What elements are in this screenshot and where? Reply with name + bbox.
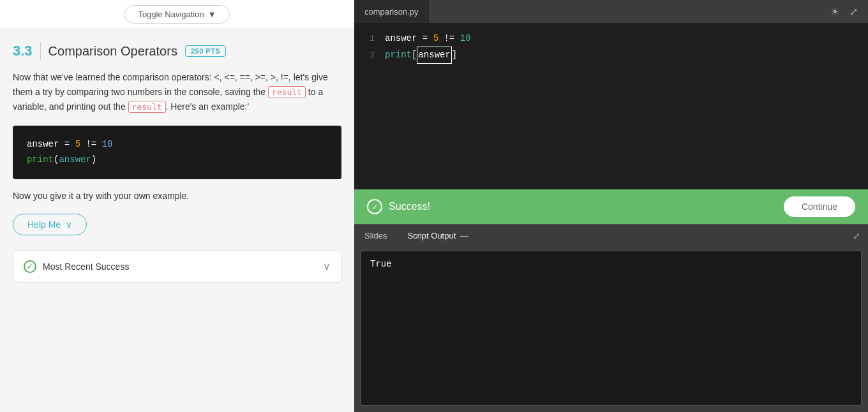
editor-header: comparison.py ☀ ⤢ — [354, 0, 868, 23]
recent-success-left: ✓ Most Recent Success — [24, 260, 129, 273]
code-print-arg: answer — [59, 154, 91, 165]
success-label: Success! — [389, 201, 430, 212]
tab-script-output[interactable]: Script Output — — [397, 224, 479, 247]
ed-bracket-open: [ — [412, 50, 417, 60]
bottom-expand-button[interactable]: ⤢ — [845, 231, 868, 241]
lesson-divider — [40, 42, 41, 60]
left-panel: Toggle Navigation ▼ 3.3 Comparison Opera… — [0, 0, 354, 412]
ed-neq: != — [444, 33, 454, 43]
editor-line-1: 1 answer = 5 != 10 — [364, 31, 858, 47]
line-number-2: 2 — [364, 48, 375, 63]
inline-code-result-1: result — [268, 86, 306, 98]
continue-button[interactable]: Continue — [784, 196, 855, 217]
description: Now that we've learned the comparison op… — [13, 70, 341, 114]
tab-slides[interactable]: Slides — [354, 224, 397, 247]
code-paren-close: ) — [91, 154, 96, 165]
bottom-panel: Slides Script Output — ⤢ True — [354, 224, 868, 412]
tab-minus-icon: — — [460, 231, 468, 241]
editor-line-2: 2 print[answer] — [364, 47, 858, 64]
pts-badge: 250 PTS — [185, 45, 226, 57]
tab-slides-label: Slides — [364, 231, 387, 240]
recent-success-label: Most Recent Success — [43, 261, 129, 272]
ed-print: print — [385, 50, 412, 60]
ed-answer-arg: answer — [418, 50, 450, 60]
code-editor[interactable]: 1 answer = 5 != 10 2 print[answer] — [354, 23, 868, 189]
help-me-button[interactable]: Help Me ∨ — [13, 214, 87, 235]
toggle-nav-bar: Toggle Navigation ▼ — [0, 0, 354, 29]
tab-script-output-label: Script Output — [407, 231, 456, 240]
ed-eq: = — [423, 33, 433, 43]
right-panel: comparison.py ☀ ⤢ 1 answer = 5 != 10 2 p… — [354, 0, 868, 412]
sun-icon[interactable]: ☀ — [828, 3, 842, 20]
success-left: ✓ Success! — [367, 199, 430, 214]
output-area: True — [361, 251, 862, 406]
description-text-3: . Here's an example:' — [166, 101, 250, 112]
file-tab[interactable]: comparison.py — [354, 0, 429, 23]
lesson-number: 3.3 — [13, 43, 33, 59]
code-num1: 5 — [75, 139, 80, 149]
chevron-down-icon: ▼ — [208, 10, 216, 19]
chevron-down-icon: ∨ — [66, 219, 72, 230]
check-circle-icon: ✓ — [24, 260, 36, 273]
ed-cursor-answer: answer — [417, 47, 451, 64]
success-check-icon: ✓ — [367, 199, 382, 214]
try-text: Now you give it a try with your own exam… — [13, 191, 341, 201]
line-1-content: answer = 5 != 10 — [385, 31, 470, 47]
recent-success-box: ✓ Most Recent Success ∨ — [13, 251, 341, 283]
output-text: True — [370, 259, 392, 269]
line-number-1: 1 — [364, 31, 375, 46]
content-area: 3.3 Comparison Operators 250 PTS Now tha… — [0, 29, 354, 295]
bottom-tabs: Slides Script Output — ⤢ — [354, 224, 868, 247]
inline-code-result-2: result — [128, 101, 166, 113]
ed-bracket-close: ] — [452, 50, 457, 60]
code-equals: = — [64, 139, 75, 149]
code-print-fn: print — [27, 154, 54, 165]
ed-5: 5 — [433, 33, 438, 43]
code-answer-var: answer — [27, 139, 59, 149]
toggle-nav-label: Toggle Navigation — [138, 10, 204, 19]
line-2-content: print[answer] — [385, 47, 457, 64]
expand-icon[interactable]: ⤢ — [847, 3, 860, 20]
lesson-header: 3.3 Comparison Operators 250 PTS — [13, 42, 341, 60]
lesson-title: Comparison Operators — [49, 44, 177, 59]
recent-success-header[interactable]: ✓ Most Recent Success ∨ — [13, 251, 341, 282]
code-num2: 10 — [102, 139, 113, 149]
ed-answer: answer — [385, 33, 417, 43]
example-code-block: answer = 5 != 10 print(answer) — [13, 126, 341, 179]
editor-icons: ☀ ⤢ — [828, 3, 868, 20]
success-banner: ✓ Success! Continue — [354, 189, 868, 224]
example-line-2: print(answer) — [27, 152, 327, 168]
example-line-1: answer = 5 != 10 — [27, 137, 327, 152]
toggle-navigation-button[interactable]: Toggle Navigation ▼ — [124, 5, 229, 24]
chevron-down-icon: ∨ — [323, 260, 331, 272]
ed-10: 10 — [460, 33, 471, 43]
code-neq-op: != — [86, 139, 96, 149]
help-me-label: Help Me — [27, 219, 61, 230]
